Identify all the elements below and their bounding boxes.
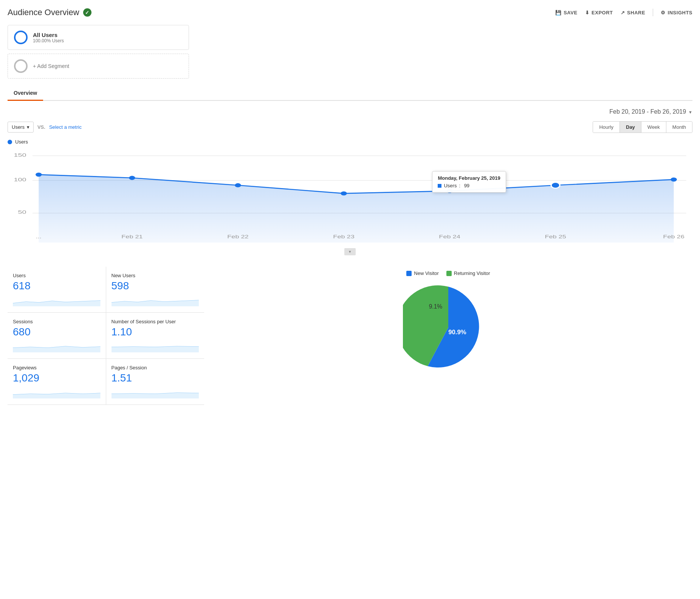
share-button[interactable]: ↗ SHARE (621, 10, 646, 15)
svg-text:9.1%: 9.1% (429, 303, 443, 310)
time-btn-week[interactable]: Week (641, 122, 666, 133)
share-label: SHARE (627, 10, 645, 15)
segment-name: All Users (33, 32, 64, 38)
svg-text:...: ... (36, 234, 42, 239)
export-icon: ⬇ (585, 10, 590, 15)
metrics-grid: Users 618 New Users 598 (8, 267, 204, 405)
all-users-segment[interactable]: All Users 100.00% Users (8, 25, 189, 50)
metric-dropdown[interactable]: Users ▾ (8, 122, 34, 133)
pie-legend-new-visitor: New Visitor (406, 270, 439, 276)
svg-text:90.9%: 90.9% (448, 329, 466, 336)
save-icon: 💾 (555, 10, 562, 15)
metric-users: Users 618 (8, 267, 106, 312)
metric-pageviews-label: Pageviews (13, 365, 101, 371)
metric-sessions-sparkline (13, 341, 101, 352)
time-btn-hourly[interactable]: Hourly (593, 122, 620, 133)
export-button[interactable]: ⬇ EXPORT (585, 10, 613, 15)
pie-legend-returning-visitor: Returning Visitor (446, 270, 490, 276)
time-period-buttons: Hourly Day Week Month (593, 121, 692, 133)
metric-sessions-per-user-value: 1.10 (112, 326, 199, 338)
chart-legend: Users (8, 139, 692, 145)
date-range-label: Feb 20, 2019 - Feb 26, 2019 (609, 108, 686, 115)
chart-area (39, 174, 674, 242)
insights-button[interactable]: ⚙ INSIGHTS (661, 10, 692, 15)
metric-sessions-per-user: Number of Sessions per User 1.10 (106, 313, 204, 358)
chart-container: 150 100 50 (8, 148, 692, 247)
time-btn-day[interactable]: Day (620, 122, 641, 133)
segment-info: All Users 100.00% Users (33, 32, 64, 43)
metric-new-users-label: New Users (112, 273, 199, 278)
header-left: Audience Overview (8, 8, 91, 17)
page-header: Audience Overview 💾 SAVE ⬇ EXPORT ↗ SHAR… (8, 8, 692, 17)
header-actions: 💾 SAVE ⬇ EXPORT ↗ SHARE ⚙ INSIGHTS (555, 9, 692, 16)
segment-sub: 100.00% Users (33, 38, 64, 43)
page-title: Audience Overview (8, 8, 79, 17)
metric-sessions-per-user-sparkline (112, 341, 199, 352)
pie-legend: New Visitor Returning Visitor (406, 270, 490, 276)
chart-tooltip: Monday, February 25, 2019 Users: 99 (432, 171, 506, 193)
tooltip-metric: Users (444, 183, 457, 188)
metric-new-users-sparkline (112, 295, 199, 306)
metric-sessions-value: 680 (13, 326, 101, 338)
select-metric-link[interactable]: Select a metric (49, 124, 82, 130)
chart-point-feb22 (235, 183, 241, 187)
metric-sessions-label: Sessions (13, 319, 101, 324)
chart-point-feb21 (129, 176, 135, 180)
pie-legend-label-returning-visitor: Returning Visitor (454, 270, 490, 276)
chart-collapse-button[interactable]: ▾ (344, 248, 356, 255)
chart-controls: Users ▾ VS. Select a metric Hourly Day W… (8, 121, 692, 133)
segment-icon-all-users (14, 31, 28, 44)
svg-text:50: 50 (18, 210, 26, 215)
action-divider (653, 9, 653, 16)
svg-text:150: 150 (14, 152, 26, 158)
add-segment-label: + Add Segment (33, 63, 69, 69)
insights-label: INSIGHTS (668, 10, 692, 15)
save-button[interactable]: 💾 SAVE (555, 10, 578, 15)
svg-marker-16 (112, 346, 199, 352)
chart-point-feb25 (551, 182, 560, 188)
chart-point-feb26 (671, 178, 677, 182)
metrics-row-2: Sessions 680 Number of Sessions per User… (8, 313, 204, 359)
date-range-selector[interactable]: Feb 20, 2019 - Feb 26, 2019 (8, 108, 692, 115)
add-segment-card[interactable]: + Add Segment (8, 54, 189, 79)
metric-sessions-per-user-label: Number of Sessions per User (112, 319, 199, 324)
date-range-text[interactable]: Feb 20, 2019 - Feb 26, 2019 (609, 108, 692, 115)
pie-chart: 90.9% 9.1% (403, 282, 494, 373)
tooltip-title: Monday, February 25, 2019 (438, 175, 500, 181)
time-btn-month[interactable]: Month (666, 122, 692, 133)
svg-text:Feb 25: Feb 25 (545, 234, 566, 239)
metric-selector: Users ▾ VS. Select a metric (8, 122, 82, 133)
pie-svg: 90.9% 9.1% (403, 282, 494, 373)
chevron-down-icon (688, 108, 692, 115)
tab-overview[interactable]: Overview (8, 86, 43, 101)
pie-section: New Visitor Returning Visitor (204, 267, 692, 405)
metrics-row-1: Users 618 New Users 598 (8, 267, 204, 313)
save-label: SAVE (564, 10, 577, 15)
tooltip-number: 99 (464, 183, 469, 188)
metric-new-users-value: 598 (112, 280, 199, 292)
metrics-area: Users 618 New Users 598 (8, 267, 692, 405)
metric-pageviews-sparkline (13, 387, 101, 398)
legend-dot-users (8, 140, 12, 144)
tooltip-value: Users: 99 (438, 183, 500, 188)
verified-icon (83, 8, 91, 17)
metric-pageviews-value: 1,029 (13, 372, 101, 384)
tooltip-color-indicator (438, 184, 441, 188)
chart-svg: 150 100 50 (8, 148, 692, 247)
svg-text:Feb 24: Feb 24 (439, 234, 460, 239)
metric-users-value: 618 (13, 280, 101, 292)
chart-section: Users 150 100 50 (8, 139, 692, 255)
metric-pages-per-session-value: 1.51 (112, 372, 199, 384)
metric-pages-per-session: Pages / Session 1.51 (106, 359, 204, 404)
svg-text:Feb 22: Feb 22 (227, 234, 248, 239)
metric-users-label: Users (13, 273, 101, 278)
pie-legend-color-new-visitor (406, 271, 412, 276)
metric-sessions: Sessions 680 (8, 313, 106, 358)
pie-legend-label-new-visitor: New Visitor (414, 270, 439, 276)
svg-text:100: 100 (14, 177, 26, 182)
add-segment-icon (14, 59, 28, 73)
svg-text:Feb 23: Feb 23 (333, 234, 354, 239)
export-label: EXPORT (592, 10, 613, 15)
tabs-bar: Overview (8, 86, 692, 101)
metrics-row-3: Pageviews 1,029 Pages / Session 1.51 (8, 359, 204, 405)
